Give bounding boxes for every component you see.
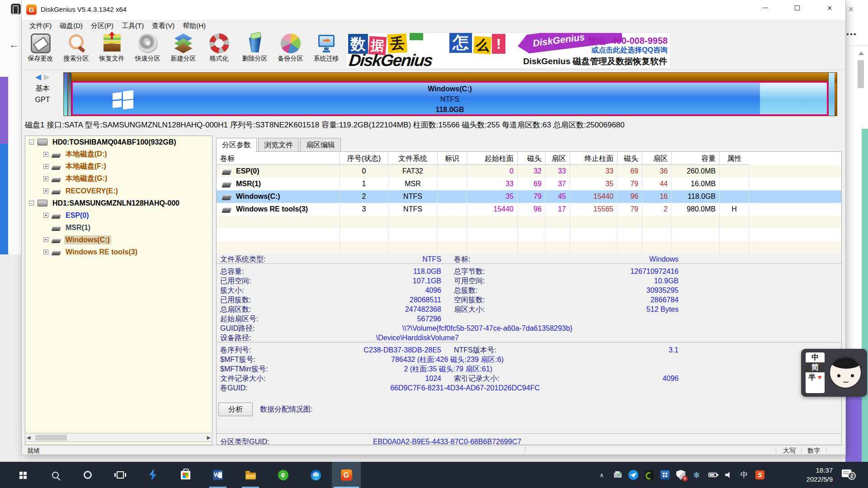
toolbar-button[interactable]: 快速分区 bbox=[130, 33, 165, 69]
scrollbar-thumb[interactable] bbox=[35, 435, 67, 441]
battery-icon[interactable] bbox=[707, 469, 718, 481]
expand-toggle-icon[interactable]: + bbox=[43, 237, 48, 242]
partition-block-msr[interactable] bbox=[68, 73, 71, 116]
sogou-tray-icon[interactable]: S bbox=[754, 469, 766, 481]
maximize-button[interactable] bbox=[787, 0, 807, 15]
word-button[interactable] bbox=[202, 462, 234, 488]
tree-item[interactable]: + 本地磁盘(D:) bbox=[25, 148, 212, 160]
tree-item[interactable]: + Windows RE tools(3) bbox=[25, 246, 212, 258]
minimize-button[interactable] bbox=[755, 0, 776, 15]
tab[interactable]: 分区参数 bbox=[216, 138, 257, 152]
tree-item[interactable]: + 本地磁盘(G:) bbox=[25, 173, 212, 185]
tree-horizontal-scrollbar[interactable]: ◀ ▶ bbox=[25, 433, 212, 442]
toolbar-button[interactable]: 新建分区 bbox=[165, 33, 201, 69]
prev-disk-icon[interactable]: ◀ bbox=[35, 73, 41, 81]
column-header[interactable]: 磁头 bbox=[618, 152, 642, 165]
column-header[interactable]: 扇区 bbox=[642, 152, 672, 165]
expand-toggle-icon[interactable]: + bbox=[43, 152, 48, 157]
ime-mode-simplified[interactable]: 简 bbox=[806, 362, 825, 372]
table-row[interactable] bbox=[217, 216, 841, 228]
toolbar-button[interactable]: 删除分区 bbox=[237, 33, 273, 69]
column-header[interactable]: 标识 bbox=[438, 152, 467, 165]
expand-toggle-icon[interactable]: + bbox=[43, 176, 48, 181]
partition-block-windows-c[interactable]: Windows(C:) NTFS 118.0GB bbox=[71, 81, 828, 116]
menu-item[interactable]: 分区(P) bbox=[87, 20, 118, 32]
tab[interactable]: 浏览文件 bbox=[258, 138, 299, 151]
expand-toggle-icon[interactable]: + bbox=[43, 249, 48, 254]
column-header[interactable]: 磁头 bbox=[518, 152, 546, 165]
defender-tray-icon[interactable]: × bbox=[675, 469, 687, 481]
table-row[interactable]: Windows RE tools(3) 3 NTFS 15440 96 17 1… bbox=[217, 203, 841, 216]
tree-item[interactable]: + RECOVERY(E:) bbox=[25, 185, 212, 197]
menu-item[interactable]: 文件(F) bbox=[25, 20, 56, 32]
scrollbar-thumb[interactable] bbox=[858, 60, 864, 88]
flash-app-button[interactable] bbox=[137, 462, 169, 488]
expand-toggle-icon[interactable]: + bbox=[43, 164, 48, 169]
start-button[interactable] bbox=[6, 462, 39, 488]
tree-item[interactable]: + 本地磁盘(F:) bbox=[25, 160, 212, 173]
next-disk-icon[interactable]: ▶ bbox=[44, 73, 50, 81]
action-center-button[interactable]: 2 bbox=[842, 469, 851, 477]
column-header[interactable]: 扇区 bbox=[546, 152, 570, 165]
ime-mode-zh[interactable]: 中 bbox=[811, 353, 819, 361]
expand-toggle-icon[interactable]: + bbox=[43, 213, 48, 218]
intel-graphics-tray-icon[interactable] bbox=[659, 469, 671, 481]
snowflake-tray-icon[interactable]: ❄ bbox=[691, 469, 703, 481]
task-view-button[interactable] bbox=[104, 462, 137, 488]
menu-item[interactable]: 磁盘(D) bbox=[56, 20, 87, 32]
tree-item[interactable]: - HD0:TOSHIBAMQ04ABF100(932GB) bbox=[25, 136, 212, 148]
menu-item[interactable]: 工具(T) bbox=[118, 20, 148, 32]
analyze-button[interactable]: 分析 bbox=[218, 403, 253, 416]
edge-button[interactable] bbox=[299, 462, 332, 488]
column-header[interactable]: 属性 bbox=[720, 152, 749, 165]
table-row[interactable]: Windows(C:) 2 NTFS 35 79 45 15440 96 16 … bbox=[217, 190, 841, 203]
nvidia-tray-icon[interactable] bbox=[643, 469, 655, 481]
cortana-button[interactable] bbox=[71, 462, 104, 488]
column-header[interactable]: 卷标 bbox=[217, 152, 340, 165]
table-row[interactable] bbox=[217, 241, 841, 253]
column-header[interactable]: 起始柱面 bbox=[467, 152, 518, 165]
table-row[interactable] bbox=[217, 228, 841, 241]
table-row[interactable]: MSR(1) 1 MSR 33 69 37 35 79 44 16.0MB bbox=[217, 178, 841, 190]
toolbar-button[interactable]: 系统迁移 bbox=[308, 33, 344, 69]
column-header[interactable]: 序号(状态) bbox=[340, 152, 388, 165]
browser-back-icon[interactable]: ← bbox=[9, 39, 19, 51]
assistant-avatar[interactable] bbox=[829, 356, 862, 389]
partition-block-re-tools[interactable] bbox=[828, 73, 835, 116]
banner-qq-link[interactable]: 或点击此处选择QQ咨询 bbox=[591, 46, 668, 55]
toolbar-button[interactable]: 格式化 bbox=[201, 33, 237, 69]
expand-toggle-icon[interactable]: - bbox=[29, 201, 34, 206]
background-more-icon[interactable]: ••• bbox=[846, 30, 857, 39]
partition-block-esp[interactable] bbox=[64, 73, 68, 116]
microsoft-store-button[interactable] bbox=[169, 462, 202, 488]
scroll-up-icon[interactable] bbox=[859, 52, 864, 55]
heart-icon[interactable]: ♥ bbox=[818, 373, 822, 381]
tray-expand-icon[interactable]: ∧ bbox=[596, 469, 608, 481]
browser-button[interactable]: e bbox=[267, 462, 299, 488]
toolbar-button[interactable]: 备份分区 bbox=[273, 33, 308, 69]
ime-assistant-widget[interactable]: 中 简 半 ♥ bbox=[801, 349, 867, 397]
toolbar-button[interactable]: 恢复文件 bbox=[94, 33, 130, 69]
tree-item[interactable]: + ESP(0) bbox=[25, 209, 212, 221]
toolbar-button[interactable]: 保存更改 bbox=[23, 33, 58, 69]
ime-mode-half[interactable]: 半 bbox=[808, 373, 816, 381]
column-header[interactable]: 终止柱面 bbox=[570, 152, 618, 165]
tree-item[interactable]: + Windows(C:) bbox=[25, 234, 212, 246]
taskbar-search-button[interactable] bbox=[39, 462, 71, 488]
scroll-left-icon[interactable]: ◀ bbox=[27, 435, 30, 441]
expand-toggle-icon[interactable]: - bbox=[29, 140, 34, 145]
ime-indicator[interactable]: 中 bbox=[738, 469, 750, 481]
close-button[interactable]: × bbox=[819, 0, 840, 15]
menu-item[interactable]: 帮助(H) bbox=[179, 20, 210, 32]
taskbar-clock[interactable]: 18:37 2022/5/9 bbox=[786, 466, 833, 484]
toolbar-button[interactable]: 搜索分区 bbox=[58, 33, 94, 69]
volume-icon[interactable] bbox=[722, 469, 734, 481]
tree-item[interactable]: MSR(1) bbox=[25, 221, 212, 234]
printer-tray-icon[interactable] bbox=[612, 469, 623, 481]
table-row[interactable]: ESP(0) 0 FAT32 0 32 33 33 69 36 260.0MB bbox=[217, 165, 841, 178]
tab[interactable]: 扇区编辑 bbox=[300, 138, 341, 151]
ime-mode-card[interactable]: 中 简 半 ♥ bbox=[806, 352, 825, 393]
expand-toggle-icon[interactable]: + bbox=[43, 188, 48, 193]
background-close-icon[interactable]: × bbox=[848, 4, 854, 15]
diskgenius-taskbar-button[interactable]: G bbox=[332, 462, 361, 488]
